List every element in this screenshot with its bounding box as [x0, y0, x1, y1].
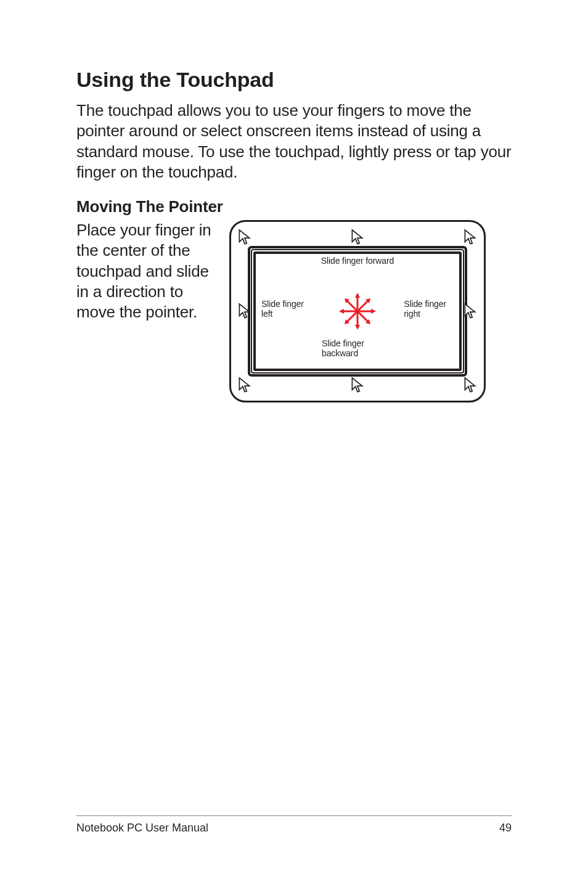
- cursor-icon: [463, 377, 477, 394]
- svg-marker-10: [339, 309, 344, 314]
- svg-line-5: [357, 300, 369, 311]
- cursor-icon: [238, 377, 251, 394]
- page-heading: Using the Touchpad: [76, 68, 512, 92]
- cursor-icon: [351, 377, 364, 394]
- cursor-icon: [463, 303, 477, 320]
- touchpad-diagram: Slide finger forward Slide finger left S…: [229, 220, 486, 402]
- svg-marker-8: [355, 293, 360, 298]
- footer-title: Notebook PC User Manual: [76, 822, 208, 835]
- footer-divider: [76, 815, 512, 816]
- footer-page-number: 49: [499, 822, 512, 835]
- cursor-icon: [238, 303, 251, 320]
- label-left: Slide finger left: [261, 299, 304, 319]
- side-paragraph: Place your finger in the center of the t…: [76, 220, 216, 322]
- cursor-icon: [238, 229, 251, 246]
- intro-paragraph: The touchpad allows you to use your fing…: [76, 100, 512, 182]
- label-forward: Slide finger forward: [321, 256, 394, 266]
- svg-line-4: [346, 300, 357, 311]
- svg-marker-9: [355, 325, 360, 330]
- direction-star-icon: [338, 292, 377, 331]
- label-backward: Slide finger backward: [322, 338, 364, 358]
- cursor-icon: [351, 229, 364, 246]
- svg-line-7: [357, 311, 369, 322]
- label-right: Slide finger right: [404, 299, 446, 319]
- cursor-icon: [463, 229, 477, 246]
- subheading: Moving The Pointer: [76, 197, 512, 216]
- svg-marker-11: [371, 309, 376, 314]
- svg-line-6: [346, 311, 357, 322]
